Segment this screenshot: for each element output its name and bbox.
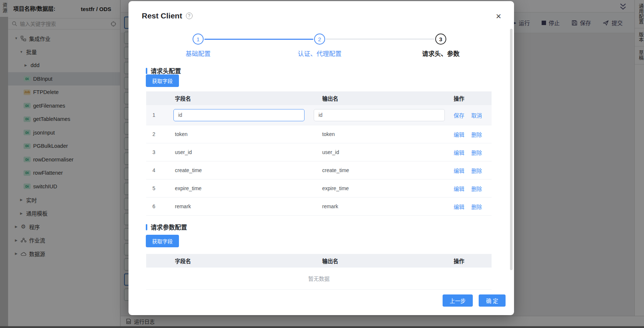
close-icon[interactable]: ✕ [496,12,502,21]
edit-row-link[interactable]: 编辑 [454,167,464,174]
table-row: 4 create_time create_time 编辑 删除 [146,161,492,179]
request-headers-table: 字段名 输出名 操作 1 保存 取消 2 token token 编辑 删除 [146,91,492,216]
delete-row-link[interactable]: 删除 [471,203,482,210]
empty-state: 暂无数据 [146,268,492,290]
app-window: 资源 项目名称/数据层: testfr / ODS ▼ 集成作业 [0,0,644,328]
edit-row-link[interactable]: 编辑 [454,130,464,138]
table-row: 1 保存 取消 [146,105,492,125]
delete-row-link[interactable]: 删除 [471,185,482,192]
request-param-section-title: 请求参数配置 [146,223,187,231]
step-connector-done [204,39,313,40]
previous-step-button[interactable]: 上一步 [443,294,473,307]
edit-row-link[interactable]: 编辑 [454,203,464,210]
output-name-input[interactable] [314,109,445,121]
request-params-table: 字段名 输出名 操作 暂无数据 [146,254,492,290]
rest-client-modal: Rest Client ? ✕ 1 2 3 基础配置 认证、代理配置 请求头、参… [129,1,514,315]
step-1-label: 基础配置 [158,49,239,58]
field-name-input[interactable] [173,109,305,121]
field-name-cell: create_time [168,167,314,173]
section-accent-bar [146,224,147,230]
col-output-name: 输出名 [314,257,447,265]
fetch-fields-button-headers[interactable]: 获取字段 [146,74,179,87]
col-action: 操作 [447,94,492,102]
step-3-circle: 3 [435,34,446,45]
help-icon[interactable]: ? [186,13,193,19]
table-row: 3 user_id user_id 编辑 删除 [146,143,492,161]
step-1-circle: 1 [193,34,204,45]
modal-title: Rest Client [142,11,182,20]
request-header-section-title: 请求头配置 [146,66,181,75]
field-name-cell: remark [168,203,314,209]
output-name-cell: expire_time [314,185,447,191]
output-name-cell: remark [314,203,447,209]
output-name-cell: token [314,131,447,137]
section-accent-bar [146,68,147,74]
table-header-row: 字段名 输出名 操作 [146,254,492,268]
confirm-button[interactable]: 确 定 [479,294,506,307]
output-name-cell: user_id [314,149,447,155]
cancel-row-link[interactable]: 取消 [471,111,482,119]
field-name-cell: user_id [168,149,314,155]
col-output-name: 输出名 [314,94,447,102]
table-row: 5 expire_time expire_time 编辑 删除 [146,179,492,198]
field-name-cell: expire_time [168,185,314,191]
edit-row-link[interactable]: 编辑 [454,149,464,156]
delete-row-link[interactable]: 删除 [471,149,482,156]
table-row: 2 token token 编辑 删除 [146,125,492,143]
edit-row-link[interactable]: 编辑 [454,185,464,192]
step-2-label: 认证、代理配置 [279,49,360,58]
table-row: 6 remark remark 编辑 删除 [146,198,492,216]
step-3-label: 请求头、参数 [400,49,481,58]
output-name-cell: create_time [314,167,447,173]
table-header-row: 字段名 输出名 操作 [146,91,492,105]
col-action: 操作 [447,257,492,265]
col-field-name: 字段名 [168,94,314,102]
modal-scrollbar[interactable] [510,29,513,270]
delete-row-link[interactable]: 删除 [471,167,482,174]
step-connector-pending [326,39,434,39]
step-2-circle: 2 [314,34,325,45]
save-row-link[interactable]: 保存 [454,111,464,119]
delete-row-link[interactable]: 删除 [471,130,482,138]
field-name-cell: token [168,131,314,137]
wizard-stepper: 1 2 3 基础配置 认证、代理配置 请求头、参数 [129,34,514,60]
col-field-name: 字段名 [168,257,314,265]
fetch-fields-button-params[interactable]: 获取字段 [146,235,179,247]
